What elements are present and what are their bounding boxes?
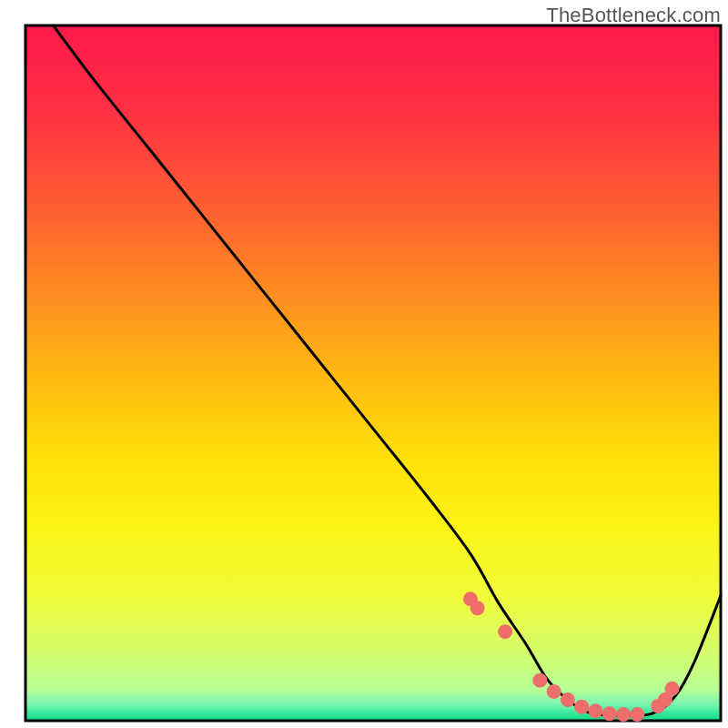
chart-container: TheBottleneck.com	[0, 0, 728, 728]
data-marker	[470, 601, 485, 615]
data-marker	[561, 693, 575, 707]
data-marker	[498, 624, 512, 639]
data-marker	[665, 682, 680, 696]
data-marker	[616, 707, 631, 722]
data-marker	[630, 707, 644, 722]
bottleneck-chart	[0, 0, 728, 728]
data-marker	[602, 706, 617, 721]
plot-background	[25, 25, 721, 721]
data-marker	[574, 700, 589, 714]
data-marker	[588, 703, 602, 718]
data-marker	[532, 673, 547, 688]
data-marker	[547, 684, 561, 699]
